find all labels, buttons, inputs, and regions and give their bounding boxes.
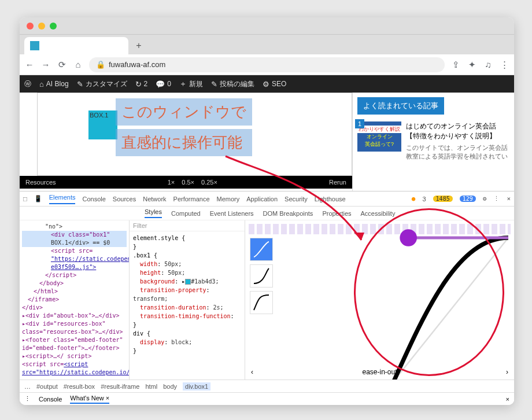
wp-seo[interactable]: ⚙SEO — [263, 80, 286, 89]
crumb[interactable]: html — [145, 383, 157, 390]
bezier-editor: ‹ ease-in-out › — [245, 220, 514, 380]
sidebar-heading: よく読まれている記事 — [357, 97, 444, 115]
wp-new[interactable]: ＋新規 — [179, 79, 203, 89]
tab-security[interactable]: Security — [285, 196, 308, 202]
sidebar-desc: このサイトでは、オンライン英会話教室による英語学習を検討されてい — [406, 143, 509, 161]
back-button[interactable]: ← — [24, 60, 35, 70]
close-window[interactable] — [27, 23, 34, 30]
crumb[interactable]: #output — [36, 383, 58, 390]
rank-badge: 1 — [355, 119, 364, 128]
crumb[interactable]: #result-iframe — [101, 383, 139, 390]
share-icon[interactable]: ⇪ — [450, 60, 461, 70]
color-swatch[interactable] — [185, 279, 191, 285]
drawer-console[interactable]: Console — [39, 396, 62, 403]
subtab-styles[interactable]: Styles — [145, 208, 162, 218]
crumb-current[interactable]: div.box1 — [183, 382, 210, 390]
filter-input[interactable]: Filter — [130, 220, 245, 231]
more-icon[interactable]: ⋮ — [493, 195, 500, 202]
music-icon[interactable]: ♫ — [483, 60, 493, 70]
favicon — [30, 41, 39, 50]
titlebar — [20, 17, 514, 35]
browser-tab[interactable] — [24, 37, 128, 54]
wp-customize[interactable]: ✎カスタマイズ — [77, 79, 127, 89]
wordpress-admin-bar: ⓦ ⌂AI Blog ✎カスタマイズ ↻2 💬0 ＋新規 ✎投稿の編集 ⚙SEO — [20, 75, 514, 93]
devtools-body: "no"> <div class="box1" BOX.1</div> == $… — [20, 220, 514, 380]
wp-logo[interactable]: ⓦ — [24, 79, 31, 89]
bezier-graph[interactable] — [280, 238, 508, 380]
tab-console[interactable]: Console — [82, 196, 105, 202]
lock-icon: 🔒 — [96, 60, 105, 69]
info-count[interactable]: 1485 — [433, 196, 453, 202]
crumb[interactable]: #result-box — [64, 383, 95, 390]
subtab-dombp[interactable]: DOM Breakpoints — [263, 210, 313, 217]
bezier-presets — [250, 238, 273, 314]
drawer-whatsnew[interactable]: What's New × — [70, 395, 109, 404]
preset-2[interactable] — [250, 264, 273, 288]
wp-updates[interactable]: ↻2 — [135, 80, 148, 89]
rerun-button[interactable]: Rerun — [329, 179, 346, 186]
wp-home[interactable]: ⌂AI Blog — [39, 80, 69, 89]
drawer-more[interactable]: ⋮ — [24, 395, 31, 403]
home-button[interactable]: ⌂ — [73, 60, 83, 70]
flag-count[interactable]: 129 — [460, 196, 476, 202]
wp-edit[interactable]: ✎投稿の編集 — [211, 79, 254, 89]
warn-count[interactable]: 3 — [422, 196, 426, 202]
wp-comments[interactable]: 💬0 — [156, 80, 171, 89]
styles-subtabs: Styles Computed Event Listeners DOM Brea… — [20, 207, 514, 220]
tab-application[interactable]: Application — [246, 196, 278, 202]
zoom-controls: 1× 0.5× 0.25× — [168, 179, 217, 186]
sidebar-item[interactable]: 1 わかりやすく解説 オンライン 英会話って? はじめてのオンライン英会話【特徴… — [357, 121, 509, 161]
address-bar: ← → ⟳ ⌂ 🔒 fuwafuwa-af.com ⇪ ✦ ♫ ⋮ — [20, 54, 514, 75]
crumb[interactable]: … — [24, 383, 31, 390]
tab-elements[interactable]: Elements — [49, 194, 76, 204]
subtab-computed[interactable]: Computed — [171, 210, 201, 217]
preset-1[interactable] — [250, 238, 273, 261]
devtools: ⬚ 📱 Elements Console Sources Network Per… — [20, 191, 514, 405]
preview-footer: Resources 1× 0.5× 0.25× Rerun — [20, 176, 352, 189]
extensions-icon[interactable]: ✦ — [467, 60, 477, 70]
url-text: fuwafuwa-af.com — [109, 60, 165, 69]
minimize-window[interactable] — [38, 23, 45, 30]
url-box[interactable]: 🔒 fuwafuwa-af.com — [89, 57, 445, 72]
preset-3[interactable] — [250, 291, 273, 314]
svg-line-0 — [280, 238, 508, 380]
tab-performance[interactable]: Performance — [173, 196, 210, 202]
zoom-025x[interactable]: 0.25× — [201, 179, 217, 186]
browser-window: + ← → ⟳ ⌂ 🔒 fuwafuwa-af.com ⇪ ✦ ♫ ⋮ ⓦ ⌂A… — [20, 17, 514, 405]
subtab-listeners[interactable]: Event Listeners — [210, 210, 254, 217]
sidebar-title: はじめてのオンライン英会話【特徴をわかりやすく説明】 — [406, 121, 509, 141]
close-devtools[interactable]: × — [507, 195, 511, 202]
settings-icon[interactable]: ⚙ — [483, 195, 487, 202]
zoom-05x[interactable]: 0.5× — [182, 179, 194, 186]
bezier-label: ease-in-out — [362, 368, 397, 376]
styles-pane[interactable]: Filter element.style { } .box1 { width: … — [130, 220, 245, 380]
crumb[interactable]: body — [163, 383, 177, 390]
sidebar-thumb: 1 わかりやすく解説 オンライン 英会話って? — [357, 121, 401, 152]
bezier-selector: ‹ ease-in-out › — [245, 368, 514, 376]
svg-point-4 — [400, 229, 417, 246]
drawer-close[interactable]: × — [506, 396, 509, 403]
prev-preset[interactable]: ‹ — [251, 368, 253, 376]
tab-sources[interactable]: Sources — [113, 196, 136, 202]
tab-memory[interactable]: Memory — [217, 196, 240, 202]
next-preset[interactable]: › — [506, 368, 508, 376]
menu-button[interactable]: ⋮ — [499, 60, 509, 70]
subtab-a11y[interactable]: Accessibility — [361, 210, 396, 217]
dom-tree[interactable]: "no"> <div class="box1" BOX.1</div> == $… — [20, 220, 130, 380]
device-icon[interactable]: 📱 — [34, 195, 42, 202]
devtools-tabs: ⬚ 📱 Elements Console Sources Network Per… — [20, 191, 514, 207]
inspect-icon[interactable]: ⬚ — [23, 195, 27, 202]
tab-lighthouse[interactable]: Lighthouse — [315, 196, 346, 202]
new-tab-button[interactable]: + — [132, 39, 146, 53]
reload-button[interactable]: ⟳ — [57, 60, 67, 70]
forward-button[interactable]: → — [40, 60, 51, 70]
box1: BOX.1 — [88, 110, 117, 139]
bezier-preview-strip — [249, 224, 511, 234]
zoom-1x[interactable]: 1× — [168, 179, 175, 186]
codepen-preview: BOX.1 — [37, 93, 352, 176]
subtab-props[interactable]: Properties — [322, 210, 351, 217]
drawer-tabs: ⋮ Console What's New × × — [20, 392, 514, 405]
maximize-window[interactable] — [50, 23, 57, 30]
tab-network[interactable]: Network — [143, 196, 166, 202]
resources-link[interactable]: Resources — [25, 179, 56, 186]
